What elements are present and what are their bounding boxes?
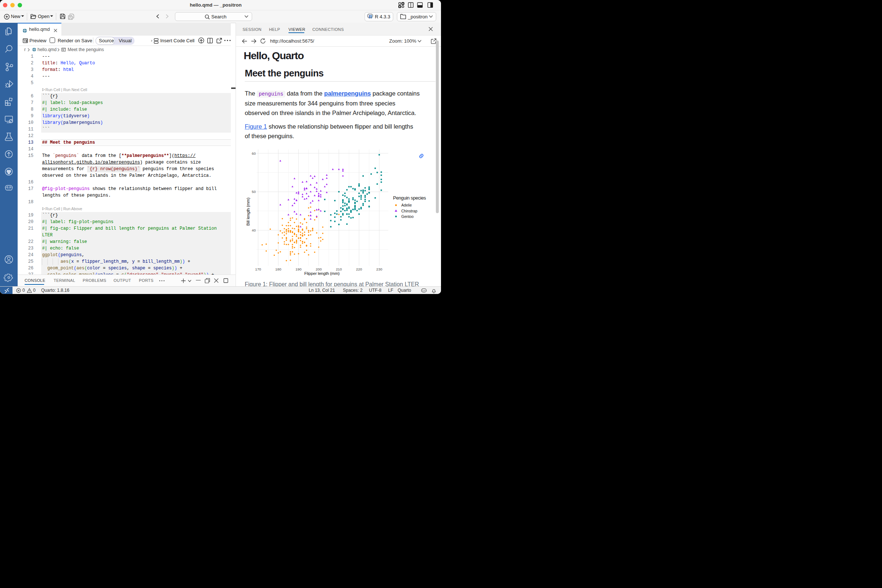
svg-text:Gentoo: Gentoo [401,214,414,219]
svg-text:180: 180 [275,267,282,271]
svg-text:190: 190 [296,267,302,271]
svg-text:200: 200 [316,267,322,271]
svg-text:R: R [369,14,372,19]
svg-text:50: 50 [252,190,256,194]
svg-text:Chinstrap: Chinstrap [401,209,417,213]
svg-text:Adelie: Adelie [401,203,412,207]
svg-text:170: 170 [255,267,261,271]
svg-text:Penguin species: Penguin species [393,195,426,201]
svg-text:60: 60 [252,152,256,156]
svg-text:230: 230 [376,267,382,271]
svg-text:220: 220 [356,267,362,271]
svg-text:40: 40 [252,228,256,232]
svg-text:Bill length (mm): Bill length (mm) [246,197,250,226]
svg-text:Flipper length (mm): Flipper length (mm) [304,271,340,276]
svg-text:210: 210 [336,267,342,271]
